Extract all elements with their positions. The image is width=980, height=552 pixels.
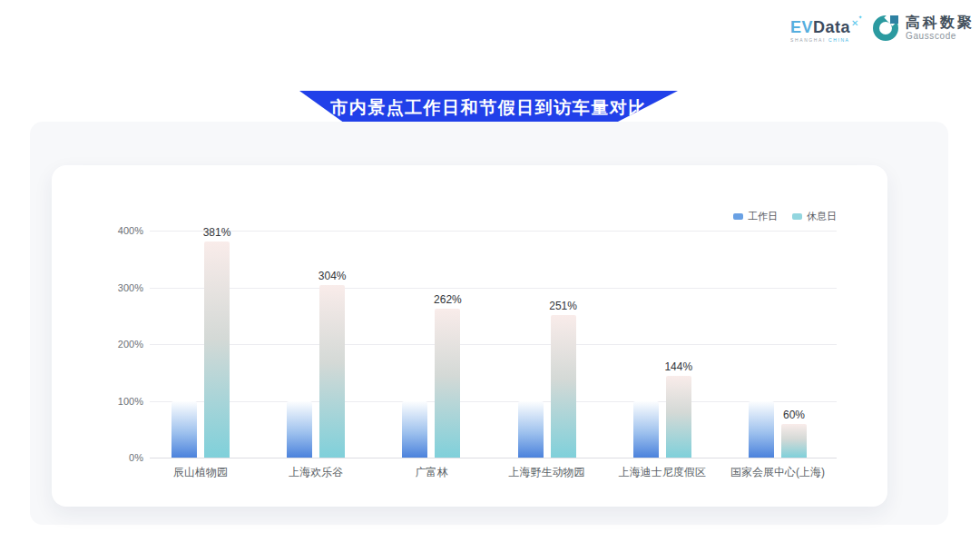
y-tick-400%: 400%	[109, 224, 143, 237]
bar-workday[interactable]	[402, 401, 427, 458]
evdata-data-text: Data	[813, 18, 850, 36]
y-tick-300%: 300%	[109, 281, 143, 294]
header-logos: EVData✕✦ SHANGHAI CHINA 高科数聚 Gausscode	[790, 15, 975, 43]
value-label: 60%	[767, 409, 821, 421]
bar-restday[interactable]	[435, 309, 460, 458]
evdata-subtext-shanghai: SHANGHAI	[790, 37, 828, 43]
evdata-ev-text: EV	[790, 18, 813, 36]
title-banner: 市内景点工作日和节假日到访车量对比	[299, 91, 678, 125]
value-label: 381%	[190, 226, 244, 239]
legend-label: 休息日	[807, 210, 837, 223]
bar-restday[interactable]	[666, 376, 691, 458]
bar-restday[interactable]	[781, 424, 807, 458]
y-tick-0%: 0%	[109, 451, 143, 464]
y-tick-100%: 100%	[109, 395, 143, 408]
evdata-wordmark: EVData✕✦	[790, 19, 859, 35]
value-label: 262%	[420, 293, 475, 306]
gridline-200%	[150, 344, 837, 345]
bar-restday[interactable]	[319, 285, 345, 458]
gridline-100%	[150, 401, 837, 402]
gausscode-square-shape	[890, 15, 898, 24]
gausscode-logo: 高科数聚 Gausscode	[872, 15, 975, 42]
legend-item-restday[interactable]: 休息日	[792, 210, 837, 223]
legend-item-workday[interactable]: 工作日	[733, 210, 778, 223]
evdata-logo: EVData✕✦ SHANGHAI CHINA	[790, 15, 859, 43]
bar-workday[interactable]	[172, 401, 197, 458]
gausscode-cn-name: 高科数聚	[906, 15, 975, 31]
value-label: 304%	[305, 270, 359, 282]
legend-swatch-icon	[733, 213, 743, 220]
evdata-subtext: SHANGHAI CHINA	[790, 37, 859, 43]
gridline-300%	[150, 288, 837, 289]
gausscode-en-name: Gausscode	[906, 31, 975, 42]
x-axis-line	[150, 458, 837, 458]
bar-workday[interactable]	[518, 401, 544, 458]
page-title: 市内景点工作日和节假日到访车量对比	[330, 96, 647, 120]
bar-workday[interactable]	[633, 401, 659, 458]
evdata-subtext-china: CHINA	[828, 37, 850, 43]
gridline-400%	[150, 231, 837, 232]
value-label: 251%	[536, 300, 591, 312]
legend-label: 工作日	[748, 210, 778, 223]
y-tick-200%: 200%	[109, 338, 143, 350]
bar-workday[interactable]	[287, 401, 312, 458]
bar-chart: 0%100%200%300%400%381%辰山植物园304%上海欢乐谷262%…	[109, 204, 889, 486]
gausscode-icon	[872, 15, 899, 42]
gausscode-text: 高科数聚 Gausscode	[906, 15, 975, 42]
value-label: 144%	[652, 360, 706, 373]
evdata-star-icon: ✦	[858, 15, 863, 20]
legend-swatch-icon	[792, 213, 802, 220]
bar-restday[interactable]	[204, 242, 230, 458]
bar-restday[interactable]	[551, 315, 576, 458]
chart-legend: 工作日休息日	[733, 210, 837, 223]
category-label: 国家会展中心(上海)	[710, 465, 846, 480]
